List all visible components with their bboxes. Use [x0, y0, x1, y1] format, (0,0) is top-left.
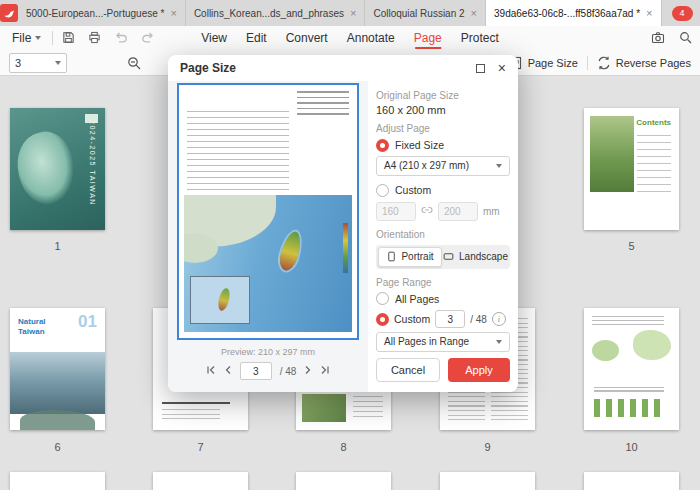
- radio-selected-icon[interactable]: [376, 139, 389, 152]
- fixed-size-option[interactable]: Fixed Size: [376, 137, 510, 154]
- file-menu-label: File: [12, 31, 31, 45]
- map-inset-art: [190, 276, 250, 324]
- page-range-label: Page Range: [376, 276, 510, 289]
- notification-badge[interactable]: 4: [672, 6, 693, 21]
- page-thumbnail-partial[interactable]: [10, 472, 105, 490]
- page-thumbnail-10[interactable]: [584, 308, 679, 430]
- preview-page-total: / 48: [280, 366, 297, 377]
- page-number-label-10: 10: [584, 441, 679, 453]
- last-page-icon[interactable]: [320, 365, 330, 377]
- fixed-size-dropdown[interactable]: A4 (210 x 297 mm): [376, 156, 510, 176]
- next-page-icon[interactable]: [304, 365, 312, 377]
- dialog-header[interactable]: Page Size ×: [168, 55, 518, 81]
- tab-label: 5000-European...-Portuguese *: [26, 8, 164, 19]
- page-thumbnail-partial[interactable]: [440, 472, 535, 490]
- cancel-button[interactable]: Cancel: [376, 358, 440, 382]
- dialog-body: Preview: 210 x 297 mm 3 / 48 Original Pa…: [168, 81, 518, 392]
- custom-size-label: Custom: [395, 184, 431, 196]
- chevron-down-icon: [496, 340, 502, 344]
- undo-icon[interactable]: [114, 31, 128, 45]
- previous-page-icon[interactable]: [224, 365, 232, 377]
- tab-label: 39da6e63-06c8-...ff58f36aa7ad *: [494, 8, 640, 19]
- menu-view[interactable]: View: [201, 26, 227, 50]
- dialog-title: Page Size: [180, 61, 236, 75]
- preview-page-input[interactable]: 3: [240, 362, 272, 380]
- text-lines-art: [353, 396, 383, 420]
- search-icon[interactable]: [679, 31, 692, 46]
- page-number-select[interactable]: 3: [9, 53, 67, 73]
- original-page-size-label: Original Page Size: [376, 89, 510, 102]
- app-logo[interactable]: [0, 0, 18, 26]
- menu-protect[interactable]: Protect: [461, 26, 499, 50]
- page-preview: [177, 83, 359, 340]
- text-lines-art: [162, 409, 220, 422]
- tab-document-4-active[interactable]: 39da6e63-06c8-...ff58f36aa7ad * ×: [486, 0, 662, 26]
- map-blob-art: [633, 330, 671, 360]
- tab-document-2[interactable]: Collins_Korean...ds_and_phrases ×: [186, 0, 366, 26]
- tab-close-icon[interactable]: ×: [646, 8, 652, 19]
- range-total-label: / 48: [470, 314, 487, 325]
- info-icon[interactable]: i: [492, 312, 506, 326]
- orientation-label: Orientation: [376, 228, 510, 241]
- landscape-button[interactable]: Landscape: [442, 247, 508, 267]
- page-thumbnail-partial[interactable]: [296, 472, 391, 490]
- tab-document-1[interactable]: 5000-European...-Portuguese * ×: [18, 0, 186, 26]
- page-size-label: Page Size: [528, 57, 578, 69]
- range-scope-dropdown[interactable]: All Pages in Range: [376, 332, 510, 352]
- reverse-pages-button[interactable]: Reverse Pages: [597, 56, 691, 70]
- tab-close-icon[interactable]: ×: [170, 8, 176, 19]
- natural-title-text: NaturalTaiwan: [18, 317, 46, 336]
- page-number-label-9: 9: [440, 441, 535, 453]
- contents-title-text: Contents: [636, 118, 671, 127]
- fixed-size-label: Fixed Size: [395, 139, 444, 151]
- text-lines-art: [592, 316, 664, 325]
- maximize-icon[interactable]: [476, 64, 485, 73]
- page-number-label-8: 8: [296, 441, 391, 453]
- page-number-label-7: 7: [153, 441, 248, 453]
- preview-panel: Preview: 210 x 297 mm 3 / 48: [168, 81, 368, 392]
- chart-bars-art: [594, 399, 664, 417]
- save-icon[interactable]: [62, 31, 75, 46]
- height-input: [438, 202, 478, 221]
- map-inset-island-art: [216, 287, 231, 312]
- page-thumbnail-1[interactable]: 2024-2025 TAIWAN: [10, 108, 105, 230]
- radio-selected-icon[interactable]: [376, 313, 389, 326]
- portrait-button[interactable]: Portrait: [378, 247, 442, 267]
- menubar-right-controls: [651, 31, 692, 46]
- page-size-button[interactable]: Page Size: [509, 56, 578, 70]
- page-thumbnail-6[interactable]: NaturalTaiwan 01: [10, 308, 105, 430]
- zoom-out-button[interactable]: [127, 56, 141, 70]
- capture-icon[interactable]: [651, 31, 665, 46]
- range-page-input[interactable]: [435, 310, 465, 328]
- custom-size-option[interactable]: Custom: [376, 182, 510, 199]
- menu-edit[interactable]: Edit: [246, 26, 267, 50]
- tab-bar: 5000-European...-Portuguese * × Collins_…: [0, 0, 700, 26]
- unit-label: mm: [483, 206, 500, 217]
- page-thumbnail-partial[interactable]: [584, 472, 679, 490]
- close-icon[interactable]: ×: [498, 61, 506, 75]
- file-menu[interactable]: File: [8, 31, 45, 45]
- menu-convert[interactable]: Convert: [286, 26, 328, 50]
- redo-icon[interactable]: [141, 31, 155, 45]
- menu-annotate[interactable]: Annotate: [347, 26, 395, 50]
- radio-unselected-icon[interactable]: [376, 292, 389, 305]
- print-icon[interactable]: [88, 31, 101, 46]
- map-blob-art: [592, 340, 619, 361]
- logo-glyph-icon: [3, 7, 15, 19]
- zoom-out-icon: [127, 56, 141, 70]
- tab-close-icon[interactable]: ×: [350, 8, 356, 19]
- divider: [587, 56, 588, 70]
- tabbar-right-controls: 4: [662, 0, 700, 26]
- first-page-icon[interactable]: [206, 365, 216, 377]
- tab-close-icon[interactable]: ×: [471, 8, 477, 19]
- custom-range-option[interactable]: Custom / 48 i: [376, 309, 510, 329]
- natural-word1: Natural: [18, 317, 46, 326]
- all-pages-option[interactable]: All Pages: [376, 291, 510, 308]
- radio-unselected-icon[interactable]: [376, 184, 389, 197]
- page-thumbnail-partial[interactable]: [153, 472, 248, 490]
- apply-button[interactable]: Apply: [448, 358, 510, 382]
- page-thumbnail-5[interactable]: Contents: [584, 108, 679, 230]
- tab-document-3[interactable]: Colloquial Russian 2 ×: [365, 0, 486, 26]
- menu-page[interactable]: Page: [414, 26, 442, 50]
- page-number-label-6: 6: [10, 441, 105, 453]
